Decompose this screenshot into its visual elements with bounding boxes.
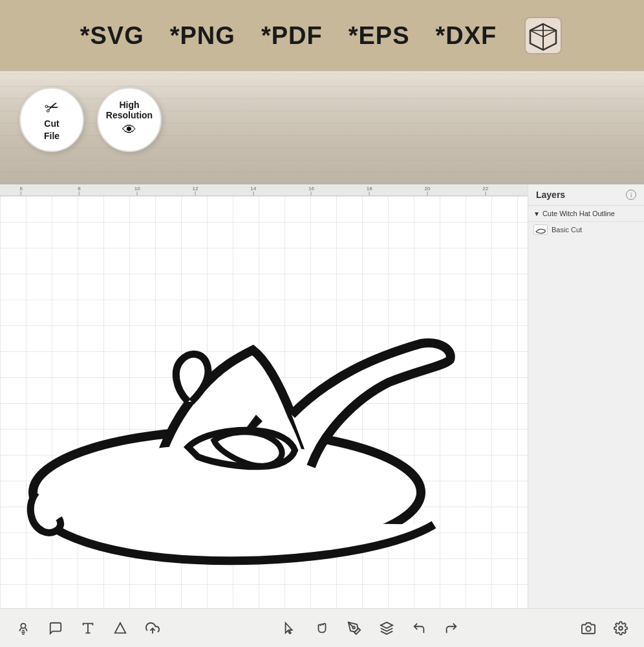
redo-tool[interactable] (441, 618, 462, 639)
ruler-mark-18: 18 (367, 186, 372, 195)
cut-file-badge: ✂ Cut File (19, 87, 84, 152)
svg-marker-12 (381, 622, 392, 628)
undo-tool[interactable] (409, 618, 429, 639)
eye-icon: 👁 (122, 122, 136, 138)
main-area: 6 8 10 12 14 16 18 20 22 (0, 184, 644, 608)
ruler-mark-12: 12 (192, 186, 198, 195)
bottom-toolbar (0, 608, 644, 647)
ruler-mark-6: 6 (19, 186, 22, 195)
ruler-mark-22: 22 (482, 186, 488, 195)
ruler-mark-14: 14 (250, 186, 256, 195)
hires-label-top: High (119, 100, 139, 110)
settings-tool[interactable] (610, 618, 631, 639)
3d-box-icon (522, 15, 564, 56)
layers-tool[interactable] (376, 618, 397, 639)
layers-header: Layers i (528, 184, 644, 206)
scissors-icon: ✂ (41, 96, 61, 120)
witch-hat-svg (1, 240, 479, 576)
layers-title: Layers (536, 190, 565, 200)
cut-file-label: Cut File (44, 118, 59, 141)
shape-tool[interactable] (110, 618, 131, 639)
ruler: 6 8 10 12 14 16 18 20 22 (0, 184, 528, 196)
format-pdf: *PDF (261, 22, 323, 50)
svg-point-11 (352, 626, 355, 629)
layer-group-name: Cute Witch Hat Outline (542, 210, 615, 217)
camera-tool[interactable] (578, 618, 599, 639)
lightbulb-tool[interactable] (13, 618, 34, 639)
badge-container: ✂ Cut File High Resolution 👁 (19, 87, 162, 152)
layer-item-label: Basic Cut (552, 226, 582, 234)
upload-tool[interactable] (142, 618, 163, 639)
svg-point-8 (21, 623, 25, 628)
ruler-mark-20: 20 (425, 186, 431, 195)
layer-thumb (533, 225, 548, 235)
layer-group-header[interactable]: ▼ Cute Witch Hat Outline (533, 210, 639, 217)
chat-tool[interactable] (45, 618, 66, 639)
top-banner: *SVG *PNG *PDF *EPS *DXF (0, 0, 644, 71)
hand-tool[interactable] (312, 618, 332, 639)
ruler-mark-8: 8 (78, 186, 80, 195)
layer-group-arrow: ▼ (533, 210, 540, 217)
layers-panel: Layers i ▼ Cute Witch Hat Outline Basic … (528, 184, 644, 608)
ruler-mark-10: 10 (134, 186, 140, 195)
svg-point-14 (619, 626, 623, 630)
format-dxf: *DXF (436, 22, 497, 50)
select-tool[interactable] (279, 618, 300, 639)
svg-marker-9 (115, 622, 126, 633)
ruler-mark-16: 16 (308, 186, 314, 195)
format-png: *PNG (170, 22, 235, 50)
right-toolbar-group (578, 618, 631, 639)
canvas-area[interactable]: 6 8 10 12 14 16 18 20 22 (0, 184, 528, 608)
layers-info-icon[interactable]: i (626, 190, 636, 200)
drawing-canvas[interactable] (0, 196, 528, 608)
layer-group: ▼ Cute Witch Hat Outline (528, 206, 644, 222)
svg-point-13 (586, 626, 590, 631)
pen-tool[interactable] (344, 618, 365, 639)
center-toolbar-group (279, 618, 462, 639)
wood-header: ✂ Cut File High Resolution 👁 (0, 71, 644, 184)
format-svg: *SVG (80, 22, 144, 50)
format-eps: *EPS (349, 22, 410, 50)
high-resolution-badge: High Resolution 👁 (97, 87, 162, 152)
hires-label-bottom: Resolution (106, 110, 153, 120)
left-toolbar-group (13, 618, 163, 639)
layer-item-basic-cut[interactable]: Basic Cut (528, 222, 644, 237)
text-tool[interactable] (78, 618, 98, 639)
